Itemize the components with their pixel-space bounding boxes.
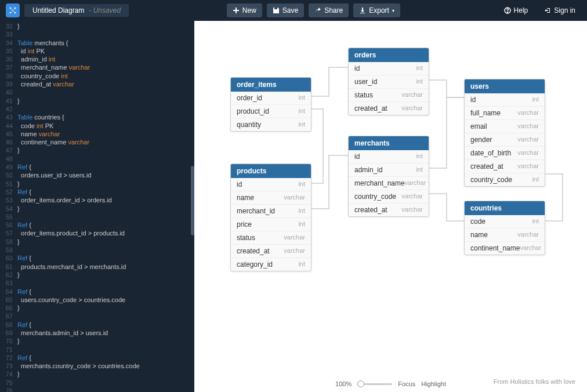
db-column[interactable]: idint xyxy=(465,93,545,106)
db-table-header[interactable]: users xyxy=(465,79,545,93)
db-column[interactable]: codeint xyxy=(465,215,545,228)
download-icon xyxy=(359,7,366,14)
signin-button[interactable]: Sign in xyxy=(538,3,581,17)
credits: From Holistics folks with love xyxy=(494,378,575,385)
db-column[interactable]: created_atvarchar xyxy=(465,159,545,173)
diagram-canvas[interactable]: order_itemsorder_idintproduct_idintquant… xyxy=(194,21,587,392)
db-column[interactable]: continent_namevarchar xyxy=(465,241,545,255)
db-column[interactable]: created_atvarchar xyxy=(349,101,429,115)
app-logo-icon[interactable] xyxy=(6,3,20,17)
db-column[interactable]: priceint xyxy=(231,217,311,231)
svg-point-5 xyxy=(507,12,508,12)
document-title[interactable]: Untitled Diagram - Unsaved xyxy=(24,4,129,17)
doc-name: Untitled Diagram xyxy=(32,6,84,14)
db-column[interactable]: idint xyxy=(231,178,311,191)
db-column[interactable]: country_codeint xyxy=(465,173,545,186)
db-column[interactable]: idint xyxy=(349,150,429,163)
save-icon xyxy=(273,7,280,14)
db-table-header[interactable]: order_items xyxy=(231,78,311,92)
chevron-down-icon: ▾ xyxy=(392,8,394,13)
db-column[interactable]: gendervarchar xyxy=(465,133,545,146)
db-column[interactable]: date_of_birthvarchar xyxy=(465,146,545,159)
db-table-header[interactable]: products xyxy=(231,164,311,178)
db-column[interactable]: emailvarchar xyxy=(465,119,545,133)
zoom-slider[interactable] xyxy=(357,383,392,385)
zoom-label: 100% xyxy=(335,380,352,387)
help-button[interactable]: Help xyxy=(498,3,534,17)
db-column[interactable]: merchant_namevarchar xyxy=(349,176,429,190)
share-icon xyxy=(314,7,321,14)
db-table-header[interactable]: orders xyxy=(349,48,429,62)
db-table-orders[interactable]: ordersidintuser_idintstatusvarcharcreate… xyxy=(348,48,429,115)
db-column[interactable]: product_idint xyxy=(231,104,311,118)
highlight-button[interactable]: Highlight xyxy=(421,380,446,387)
db-table-users[interactable]: usersidintfull_namevarcharemailvarcharge… xyxy=(464,79,545,187)
db-column[interactable]: created_atvarchar xyxy=(231,244,311,257)
help-icon xyxy=(504,7,511,14)
db-table-merchants[interactable]: merchantsidintadmin_idintmerchant_nameva… xyxy=(348,136,429,217)
share-button[interactable]: Share xyxy=(309,3,349,17)
db-column[interactable]: order_idint xyxy=(231,92,311,104)
focus-button[interactable]: Focus xyxy=(398,380,415,387)
db-table-products[interactable]: productsidintnamevarcharmerchant_idintpr… xyxy=(230,164,311,271)
db-column[interactable]: statusvarchar xyxy=(349,88,429,101)
db-column[interactable]: created_atvarchar xyxy=(349,203,429,216)
db-table-order_items[interactable]: order_itemsorder_idintproduct_idintquant… xyxy=(230,77,311,132)
save-status: - Unsaved xyxy=(89,6,121,14)
db-table-header[interactable]: merchants xyxy=(349,136,429,150)
db-table-header[interactable]: countries xyxy=(465,201,545,215)
db-column[interactable]: namevarchar xyxy=(465,228,545,241)
new-button[interactable]: New xyxy=(227,3,262,17)
save-button[interactable]: Save xyxy=(267,3,304,17)
code-editor[interactable]: 3233343536373839404142434445464748495051… xyxy=(0,21,194,392)
toolbar: Untitled Diagram - Unsaved New Save Shar… xyxy=(0,0,587,21)
plus-icon xyxy=(233,7,240,14)
db-column[interactable]: statusvarchar xyxy=(231,231,311,244)
db-column[interactable]: namevarchar xyxy=(231,191,311,204)
db-table-countries[interactable]: countriescodeintnamevarcharcontinent_nam… xyxy=(464,201,545,255)
signin-icon xyxy=(544,7,551,14)
db-column[interactable]: user_idint xyxy=(349,75,429,88)
db-column[interactable]: country_codevarchar xyxy=(349,190,429,203)
db-column[interactable]: admin_idint xyxy=(349,163,429,176)
db-column[interactable]: category_idint xyxy=(231,257,311,271)
db-column[interactable]: quantityint xyxy=(231,118,311,131)
db-column[interactable]: full_namevarchar xyxy=(465,106,545,119)
db-column[interactable]: idint xyxy=(349,62,429,75)
export-button[interactable]: Export ▾ xyxy=(353,3,400,17)
db-column[interactable]: merchant_idint xyxy=(231,204,311,217)
